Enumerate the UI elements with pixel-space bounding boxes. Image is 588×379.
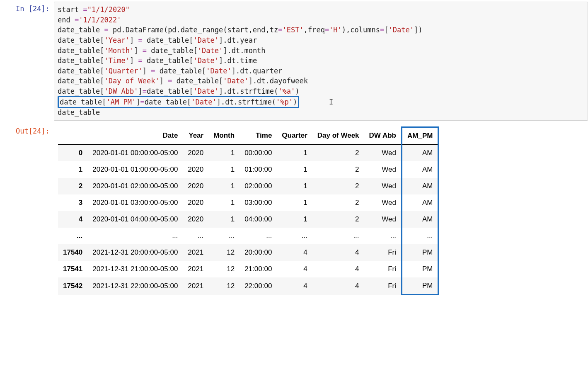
- cell-year: 2021: [183, 277, 208, 295]
- cell-time: ...: [240, 228, 277, 244]
- cell-time: 22:00:00: [240, 277, 277, 295]
- row-index: 17541: [58, 261, 87, 277]
- row-index: 17540: [58, 244, 87, 261]
- cell-quarter: 1: [277, 211, 312, 228]
- cell-dwabb: Fri: [364, 277, 402, 295]
- cell-date: 2020-01-01 04:00:00-05:00: [87, 211, 183, 228]
- cell-month: 1: [208, 194, 240, 211]
- table-row: 175412021-12-31 21:00:00-05:0020211221:0…: [58, 261, 438, 277]
- col-header: Time: [240, 127, 277, 145]
- row-index: ...: [58, 228, 87, 244]
- cell-month: 12: [208, 277, 240, 295]
- highlighted-code-line: date_table['AM_PM']=date_table['Date'].d…: [58, 96, 299, 109]
- cell-month: 1: [208, 161, 240, 178]
- cell-year: 2020: [183, 145, 208, 162]
- cell-dayofweek: ...: [312, 228, 364, 244]
- cell-dwabb: Wed: [364, 145, 402, 162]
- col-header: Day of Week: [312, 127, 364, 145]
- table-row: 12020-01-01 01:00:00-05:002020101:00:001…: [58, 161, 438, 178]
- cell-ampm: PM: [402, 261, 438, 277]
- cell-dwabb: Wed: [364, 194, 402, 211]
- cell-date: 2020-01-01 02:00:00-05:00: [87, 178, 183, 194]
- cell-year: 2020: [183, 211, 208, 228]
- cell-dayofweek: 4: [312, 277, 364, 295]
- cell-month: 12: [208, 261, 240, 277]
- table-row: 175402021-12-31 20:00:00-05:0020211220:0…: [58, 244, 438, 261]
- table-row: 32020-01-01 03:00:00-05:002020103:00:001…: [58, 194, 438, 211]
- out-prompt: Out[24]:: [0, 124, 54, 136]
- cell-dwabb: ...: [364, 228, 402, 244]
- cell-quarter: 4: [277, 261, 312, 277]
- cell-date: 2021-12-31 21:00:00-05:00: [87, 261, 183, 277]
- cell-time: 04:00:00: [240, 211, 277, 228]
- cell-ampm: ...: [402, 228, 438, 244]
- input-cell: In [24]: start ="1/1/2020" end ='1/1/202…: [0, 0, 588, 122]
- cell-time: 00:00:00: [240, 145, 277, 162]
- row-index: 0: [58, 145, 87, 162]
- table-row: 175422021-12-31 22:00:00-05:0020211222:0…: [58, 277, 438, 295]
- cell-quarter: 1: [277, 194, 312, 211]
- cell-date: 2021-12-31 20:00:00-05:00: [87, 244, 183, 261]
- cell-month: 1: [208, 145, 240, 162]
- row-index: 2: [58, 178, 87, 194]
- table-row: 02020-01-01 00:00:00-05:002020100:00:001…: [58, 145, 438, 162]
- cell-time: 02:00:00: [240, 178, 277, 194]
- col-header-highlighted: AM_PM: [402, 127, 438, 145]
- cell-quarter: 1: [277, 161, 312, 178]
- cell-dayofweek: 4: [312, 244, 364, 261]
- cell-dayofweek: 2: [312, 211, 364, 228]
- cell-year: ...: [183, 228, 208, 244]
- col-header: Quarter: [277, 127, 312, 145]
- cell-year: 2020: [183, 194, 208, 211]
- col-header: DW Abb: [364, 127, 402, 145]
- cell-date: ...: [87, 228, 183, 244]
- cell-dayofweek: 2: [312, 161, 364, 178]
- output-cell: Out[24]: Date Year Month Time Quarter Da…: [0, 122, 588, 297]
- text-cursor-icon: I: [329, 97, 333, 107]
- col-header: Month: [208, 127, 240, 145]
- cell-time: 01:00:00: [240, 161, 277, 178]
- table-row: ...........................: [58, 228, 438, 244]
- in-prompt: In [24]:: [0, 2, 54, 13]
- cell-ampm: AM: [402, 145, 438, 162]
- cell-date: 2020-01-01 03:00:00-05:00: [87, 194, 183, 211]
- row-index: 17542: [58, 277, 87, 295]
- cell-dayofweek: 2: [312, 194, 364, 211]
- cell-year: 2020: [183, 161, 208, 178]
- cell-ampm: AM: [402, 178, 438, 194]
- cell-quarter: 1: [277, 145, 312, 162]
- cell-ampm: PM: [402, 244, 438, 261]
- cell-dwabb: Wed: [364, 161, 402, 178]
- code-input-area[interactable]: start ="1/1/2020" end ='1/1/2022' date_t…: [54, 2, 588, 121]
- cell-date: 2021-12-31 22:00:00-05:00: [87, 277, 183, 295]
- output-area: Date Year Month Time Quarter Day of Week…: [54, 124, 588, 295]
- row-index: 1: [58, 161, 87, 178]
- cell-quarter: ...: [277, 228, 312, 244]
- cell-month: 12: [208, 244, 240, 261]
- table-row: 22020-01-01 02:00:00-05:002020102:00:001…: [58, 178, 438, 194]
- cell-dwabb: Wed: [364, 211, 402, 228]
- row-index: 4: [58, 211, 87, 228]
- cell-quarter: 4: [277, 277, 312, 295]
- cell-month: ...: [208, 228, 240, 244]
- header-row: Date Year Month Time Quarter Day of Week…: [58, 127, 438, 145]
- cell-ampm: AM: [402, 161, 438, 178]
- cell-dayofweek: 2: [312, 145, 364, 162]
- cell-dayofweek: 4: [312, 261, 364, 277]
- cell-year: 2020: [183, 178, 208, 194]
- cell-quarter: 1: [277, 178, 312, 194]
- code[interactable]: start ="1/1/2020" end ='1/1/2022' date_t…: [58, 5, 584, 118]
- cell-month: 1: [208, 211, 240, 228]
- cell-ampm: AM: [402, 211, 438, 228]
- dataframe-table: Date Year Month Time Quarter Day of Week…: [58, 126, 439, 295]
- col-header: Date: [87, 127, 183, 145]
- table-body: 02020-01-01 00:00:00-05:002020100:00:001…: [58, 145, 438, 295]
- cell-ampm: AM: [402, 194, 438, 211]
- cell-date: 2020-01-01 01:00:00-05:00: [87, 161, 183, 178]
- cell-dwabb: Fri: [364, 261, 402, 277]
- cell-date: 2020-01-01 00:00:00-05:00: [87, 145, 183, 162]
- cell-year: 2021: [183, 244, 208, 261]
- cell-time: 21:00:00: [240, 261, 277, 277]
- cell-month: 1: [208, 178, 240, 194]
- col-header: Year: [183, 127, 208, 145]
